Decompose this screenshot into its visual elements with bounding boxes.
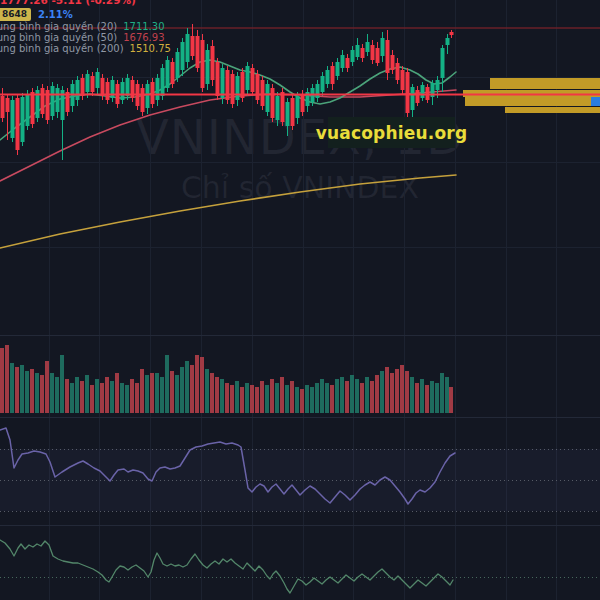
ma50-legend-row[interactable]: Trung bình gia quyền (50)1676.93	[0, 32, 165, 43]
ma20-value: 1711.30	[123, 21, 164, 32]
chart-root: VNINDEX, 1D Chỉ số VNINDEX vuacophieu.or…	[0, 0, 600, 600]
ma50-value: 1676.93	[123, 32, 164, 43]
ma200-label: Trung bình gia quyền (200)	[0, 43, 124, 54]
ma20-label: Trung bình gia quyền (20)	[0, 21, 117, 32]
legend-blue-value: 2.11%	[38, 9, 73, 20]
vuacophieu-watermark-badge: vuacophieu.org	[328, 117, 455, 148]
price-label-badge: 8648	[0, 8, 31, 21]
ma20-legend-row[interactable]: Trung bình gia quyền (20)1711.30	[0, 21, 165, 32]
chart-canvas[interactable]	[0, 0, 600, 600]
ma200-legend-row[interactable]: Trung bình gia quyền (200)1510.75	[0, 43, 171, 54]
ma50-label: Trung bình gia quyền (50)	[0, 32, 117, 43]
ma200-value: 1510.75	[130, 43, 171, 54]
price-change-readout: 1777.26 -5.11 (-0.29%)	[0, 0, 136, 6]
legend-row-2[interactable]: 8648 2.11%	[0, 8, 73, 21]
